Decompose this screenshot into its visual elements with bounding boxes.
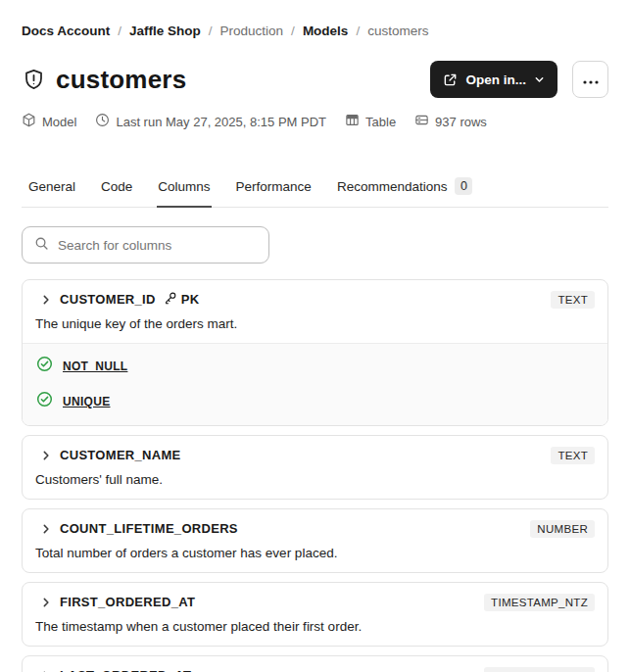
tab-label: General (28, 179, 75, 194)
column-type-badge: TIMESTAMP_NTZ (484, 594, 595, 611)
ellipsis-icon (583, 72, 599, 87)
column-card-main: CUSTOMER_ID PK TEXT The unique key of th… (23, 280, 607, 343)
shield-alert-icon (22, 68, 46, 92)
breadcrumb-separator: / (356, 24, 360, 38)
external-link-icon (443, 72, 458, 87)
column-name: FIRST_ORDERED_AT (60, 595, 195, 609)
meta-resource-type-label: Model (42, 115, 76, 129)
breadcrumb-item-docs-account[interactable]: Docs Account (22, 24, 110, 38)
cube-icon (22, 113, 36, 130)
breadcrumb-item-production[interactable]: Production (220, 24, 284, 38)
check-circle-icon (36, 356, 53, 376)
column-name: COUNT_LIFETIME_ORDERS (60, 521, 238, 536)
open-in-button[interactable]: Open in... (430, 61, 557, 98)
test-row: UNIQUE (36, 391, 594, 411)
meta-last-run: Last run May 27, 2025, 8:15 PM PDT (95, 113, 326, 130)
column-description: Customers' full name. (35, 471, 595, 488)
meta-materialization-label: Table (365, 115, 396, 129)
breadcrumb-separator: / (118, 24, 121, 38)
breadcrumb-item-customers[interactable]: customers (367, 24, 428, 38)
column-header[interactable]: CUSTOMER_NAME TEXT (35, 445, 595, 465)
search-icon (34, 236, 49, 255)
column-header[interactable]: CUSTOMER_ID PK TEXT (35, 289, 595, 310)
meta-row: Model Last run May 27, 2025, 8:15 PM PDT (22, 113, 608, 130)
tab-label: Code (101, 179, 132, 194)
test-link-not_null[interactable]: NOT_NULL (63, 360, 127, 373)
key-icon (164, 291, 177, 309)
column-description: Total number of orders a customer has ev… (35, 545, 595, 561)
column-card-last_ordered_at: LAST_ORDERED_AT TIMESTAMP_NTZ The timest… (22, 655, 608, 672)
search-input[interactable] (58, 238, 257, 253)
page-header: customers Open in... (22, 59, 608, 100)
database-rows-icon (414, 113, 429, 130)
breadcrumb-item-jaffle-shop[interactable]: Jaffle Shop (129, 24, 201, 38)
tab-columns[interactable]: Columns (157, 175, 211, 208)
tab-recommendations[interactable]: Recommendations 0 (336, 175, 474, 208)
column-card-main: COUNT_LIFETIME_ORDERS NUMBER Total numbe… (23, 509, 607, 572)
meta-row-count-label: 937 rows (435, 115, 487, 129)
primary-key-indicator: PK (164, 291, 200, 309)
columns-list: CUSTOMER_ID PK TEXT The unique key of th… (22, 279, 608, 672)
column-card-main: FIRST_ORDERED_AT TIMESTAMP_NTZ The times… (23, 583, 607, 646)
tab-label: Performance (236, 179, 312, 194)
column-type-badge: TEXT (551, 291, 595, 309)
open-in-label: Open in... (465, 72, 526, 87)
tab-code[interactable]: Code (100, 175, 133, 208)
model-page: Docs Account / Jaffle Shop / Production … (0, 0, 630, 672)
column-type-badge: TEXT (551, 447, 595, 464)
meta-resource-type: Model (22, 113, 76, 130)
column-header[interactable]: COUNT_LIFETIME_ORDERS NUMBER (35, 518, 595, 539)
clock-icon (95, 113, 110, 130)
chevron-right-icon[interactable] (40, 523, 52, 535)
chevron-down-icon (534, 74, 545, 85)
search-box (22, 226, 269, 264)
pk-label: PK (181, 292, 200, 307)
column-header[interactable]: LAST_ORDERED_AT TIMESTAMP_NTZ (35, 665, 595, 672)
chevron-right-icon[interactable] (40, 597, 52, 608)
chevron-right-icon[interactable] (40, 294, 52, 306)
column-tests: NOT_NULL UNIQUE (23, 343, 607, 425)
column-header[interactable]: FIRST_ORDERED_AT TIMESTAMP_NTZ (35, 592, 595, 612)
column-type-badge: NUMBER (530, 520, 595, 538)
table-icon (345, 113, 360, 130)
more-button[interactable] (572, 61, 608, 98)
check-circle-icon (36, 391, 53, 411)
meta-last-run-label: Last run May 27, 2025, 8:15 PM PDT (116, 115, 326, 129)
column-card-main: LAST_ORDERED_AT TIMESTAMP_NTZ The timest… (23, 656, 607, 672)
chevron-right-icon[interactable] (40, 450, 52, 461)
page-title: customers (56, 65, 186, 95)
breadcrumb-item-models[interactable]: Models (303, 24, 349, 38)
tab-general[interactable]: General (27, 175, 76, 208)
tab-bar: General Code Columns Performance Recomme… (22, 175, 608, 208)
tab-badge: 0 (455, 177, 472, 195)
breadcrumb: Docs Account / Jaffle Shop / Production … (22, 24, 608, 38)
column-description: The unique key of the orders mart. (35, 315, 595, 332)
tab-label: Columns (158, 179, 210, 194)
tab-performance[interactable]: Performance (235, 175, 313, 208)
column-card-count_lifetime_orders: COUNT_LIFETIME_ORDERS NUMBER Total numbe… (22, 508, 608, 573)
breadcrumb-separator: / (291, 24, 295, 38)
header-actions: Open in... (430, 61, 608, 98)
column-description: The timestamp when a customer placed the… (35, 618, 595, 635)
column-card-first_ordered_at: FIRST_ORDERED_AT TIMESTAMP_NTZ The times… (22, 582, 608, 647)
breadcrumb-separator: / (209, 24, 213, 38)
tab-label: Recommendations (337, 179, 448, 194)
test-link-unique[interactable]: UNIQUE (63, 395, 110, 408)
column-card-main: CUSTOMER_NAME TEXT Customers' full name. (23, 436, 607, 499)
column-name: CUSTOMER_ID (60, 292, 156, 307)
meta-materialization: Table (345, 113, 396, 130)
column-name: CUSTOMER_NAME (60, 448, 181, 462)
column-card-customer_name: CUSTOMER_NAME TEXT Customers' full name. (22, 435, 608, 500)
meta-row-count: 937 rows (414, 113, 487, 130)
test-row: NOT_NULL (36, 356, 594, 376)
column-name: LAST_ORDERED_AT (60, 668, 191, 672)
column-type-badge: TIMESTAMP_NTZ (484, 667, 595, 672)
column-card-customer_id: CUSTOMER_ID PK TEXT The unique key of th… (22, 279, 608, 426)
